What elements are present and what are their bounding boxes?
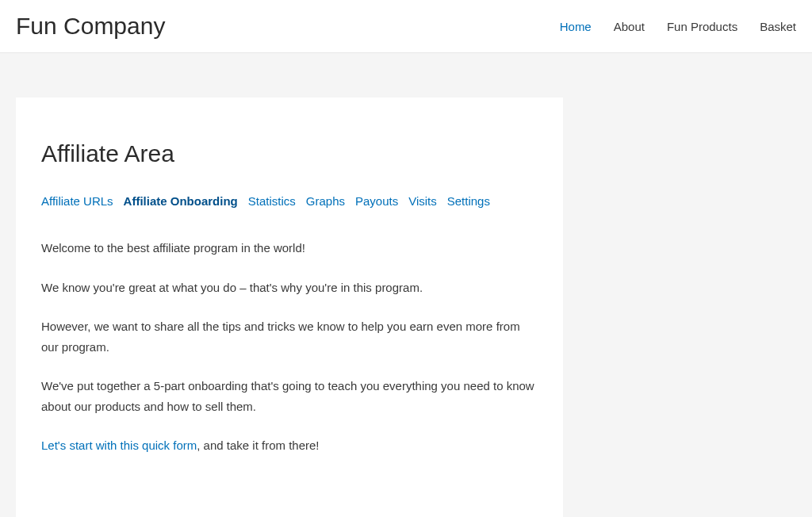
tab-payouts[interactable]: Payouts	[355, 194, 398, 208]
paragraph-welcome: Welcome to the best affiliate program in…	[41, 238, 538, 258]
main-nav: Home About Fun Products Basket	[560, 20, 796, 33]
start-form-link[interactable]: Let's start with this quick form	[41, 438, 197, 452]
nav-basket[interactable]: Basket	[760, 20, 796, 33]
tab-settings[interactable]: Settings	[447, 194, 490, 208]
tab-affiliate-onboarding[interactable]: Affiliate Onboarding	[124, 194, 238, 208]
site-header: Fun Company Home About Fun Products Bask…	[0, 0, 812, 53]
site-title[interactable]: Fun Company	[16, 13, 165, 40]
nav-fun-products[interactable]: Fun Products	[667, 20, 737, 33]
paragraph-great: We know you're great at what you do – th…	[41, 278, 538, 298]
tab-visits[interactable]: Visits	[408, 194, 437, 208]
paragraph-tips: However, we want to share all the tips a…	[41, 316, 538, 357]
affiliate-tabs: Affiliate URLs Affiliate Onboarding Stat…	[41, 194, 538, 208]
tab-affiliate-urls[interactable]: Affiliate URLs	[41, 194, 113, 208]
main-container: Affiliate Area Affiliate URLs Affiliate …	[0, 53, 812, 517]
tab-statistics[interactable]: Statistics	[248, 194, 296, 208]
paragraph-cta: Let's start with this quick form, and ta…	[41, 435, 538, 456]
nav-about[interactable]: About	[614, 20, 645, 33]
nav-home[interactable]: Home	[560, 20, 592, 33]
content-body: Welcome to the best affiliate program in…	[41, 238, 538, 456]
content-card: Affiliate Area Affiliate URLs Affiliate …	[16, 98, 563, 517]
page-title: Affiliate Area	[41, 140, 538, 167]
tab-graphs[interactable]: Graphs	[306, 194, 345, 208]
paragraph-onboarding: We've put together a 5-part onboarding t…	[41, 376, 538, 416]
cta-rest: , and take it from there!	[197, 438, 319, 452]
